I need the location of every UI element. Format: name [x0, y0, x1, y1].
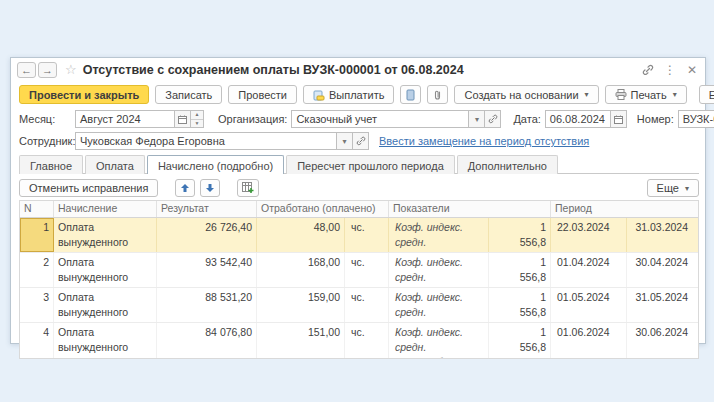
tab-accrued-detailed[interactable]: Начислено (подробно): [147, 155, 284, 174]
result-cell[interactable]: 93 542,40: [157, 253, 257, 287]
worked-cell[interactable]: 159,00: [257, 288, 345, 322]
pay-button[interactable]: Выплатить: [303, 85, 394, 104]
month-field[interactable]: Август 2024 ▲▼: [75, 110, 204, 128]
field-row-month-org: Месяц: Август 2024 ▲▼ Организация: Сказо…: [19, 110, 714, 128]
worked-cell[interactable]: 151,00: [257, 323, 345, 358]
printer-icon: [615, 89, 627, 100]
accruals-table: N Начисление Результат Отработано (оплач…: [19, 200, 699, 359]
date-calendar-icon[interactable]: [611, 110, 627, 128]
org-dropdown-icon[interactable]: ▾: [469, 110, 485, 128]
field-row-employee: Сотрудник: Чуковская Федора Егоровна ▾: [19, 132, 369, 150]
organization-value[interactable]: Сказочный учет: [291, 110, 469, 128]
employee-value[interactable]: Чуковская Федора Егоровна: [75, 132, 337, 150]
header-period[interactable]: Период: [551, 201, 692, 217]
employee-field[interactable]: Чуковская Федора Егоровна ▾: [75, 132, 369, 150]
month-stepper[interactable]: ▲▼: [191, 110, 204, 128]
accrual-cell[interactable]: Оплата вынужденного простоя: [54, 323, 157, 358]
unit-cell: чс.: [345, 253, 389, 287]
period-start-cell[interactable]: 01.06.2024: [551, 323, 627, 358]
unit-cell: чс.: [345, 288, 389, 322]
tab-recalc-prev-period[interactable]: Пересчет прошлого периода: [286, 155, 455, 174]
more-menu-icon[interactable]: ⋮: [663, 63, 677, 77]
result-cell[interactable]: 88 531,20: [157, 288, 257, 322]
month-value[interactable]: Август 2024: [75, 110, 175, 128]
unit-cell: чс.: [345, 323, 389, 358]
accrual-cell[interactable]: Оплата вынужденного простоя: [54, 218, 157, 252]
enter-substitution-link[interactable]: Ввести замещение на период отсутствия: [379, 135, 589, 147]
employee-dropdown-icon[interactable]: ▾: [337, 132, 353, 150]
save-button[interactable]: Записать: [155, 85, 222, 104]
period-start-cell[interactable]: 01.05.2024: [551, 288, 627, 322]
period-end-cell[interactable]: 30.04.2024: [627, 253, 692, 287]
worked-cell[interactable]: 48,00: [257, 218, 345, 252]
form-more-button[interactable]: Еще: [699, 85, 714, 104]
command-toolbar: Провести и закрыть Записать Провести Вып…: [11, 82, 705, 107]
row-number[interactable]: 1: [20, 218, 54, 252]
result-cell[interactable]: 26 726,40: [157, 218, 257, 252]
row-number[interactable]: 4: [20, 323, 54, 358]
step-up-icon[interactable]: ▲: [191, 111, 203, 120]
step-down-icon[interactable]: ▼: [191, 120, 203, 128]
worked-cell[interactable]: 168,00: [257, 253, 345, 287]
related-documents-button[interactable]: [400, 85, 421, 104]
period-end-cell[interactable]: 31.03.2024: [627, 218, 692, 252]
period-end-cell[interactable]: 30.06.2024: [627, 323, 692, 358]
move-down-button[interactable]: [200, 179, 220, 197]
organization-field[interactable]: Сказочный учет ▾: [291, 110, 501, 128]
header-indicators[interactable]: Показатели: [389, 201, 551, 217]
indicator-values-cell: 1556,8: [489, 323, 551, 358]
grid-more-button[interactable]: Еще: [647, 179, 699, 197]
number-field[interactable]: ВУЗК-000001: [678, 110, 714, 128]
header-accrual[interactable]: Начисление: [54, 201, 157, 217]
tab-additional[interactable]: Дополнительно: [457, 155, 558, 174]
indicator-names-cell: Коэф. индекс. средн.Ср. заработок (общ.): [389, 288, 489, 322]
change-form-button[interactable]: [237, 179, 259, 197]
row-number[interactable]: 2: [20, 253, 54, 287]
close-icon[interactable]: ✕: [685, 63, 699, 77]
table-header: N Начисление Результат Отработано (оплач…: [20, 201, 698, 218]
header-result[interactable]: Результат: [157, 201, 257, 217]
table-row[interactable]: 1 Оплата вынужденного простоя 26 726,40 …: [20, 218, 698, 253]
employee-open-link-icon[interactable]: [353, 132, 369, 150]
period-start-cell[interactable]: 01.04.2024: [551, 253, 627, 287]
result-cell[interactable]: 84 076,80: [157, 323, 257, 358]
favorite-star-icon[interactable]: ☆: [65, 62, 77, 77]
period-start-cell[interactable]: 22.03.2024: [551, 218, 627, 252]
back-button[interactable]: ←: [17, 62, 36, 78]
number-label: Номер:: [637, 113, 674, 125]
related-documents-icon: [405, 89, 416, 101]
table-row[interactable]: 3 Оплата вынужденного простоя 88 531,20 …: [20, 288, 698, 323]
table-row[interactable]: 2 Оплата вынужденного простоя 93 542,40 …: [20, 253, 698, 288]
move-up-button[interactable]: [175, 179, 195, 197]
row-number[interactable]: 3: [20, 288, 54, 322]
post-button[interactable]: Провести: [228, 85, 297, 104]
accrual-cell[interactable]: Оплата вынужденного простоя: [54, 288, 157, 322]
tab-payment[interactable]: Оплата: [85, 155, 145, 174]
post-and-close-button[interactable]: Провести и закрыть: [19, 85, 149, 104]
arrow-down-icon: [205, 183, 215, 193]
number-value[interactable]: ВУЗК-000001: [678, 110, 714, 128]
date-value[interactable]: 06.08.2024: [545, 110, 611, 128]
create-based-on-button[interactable]: Создать на основании: [454, 85, 598, 104]
header-worked[interactable]: Отработано (оплачено): [257, 201, 389, 217]
forward-button[interactable]: →: [38, 62, 57, 78]
period-end-cell[interactable]: 31.05.2024: [627, 288, 692, 322]
accrual-cell[interactable]: Оплата вынужденного простоя: [54, 253, 157, 287]
pay-icon: [313, 89, 325, 101]
org-open-link-icon[interactable]: [485, 110, 501, 128]
titlebar: ← → ☆ Отсутствие с сохранением оплаты ВУ…: [11, 58, 705, 81]
get-link-icon[interactable]: [641, 63, 655, 77]
date-field[interactable]: 06.08.2024: [545, 110, 627, 128]
header-n[interactable]: N: [20, 201, 54, 217]
paperclip-icon: [432, 89, 443, 101]
attachments-button[interactable]: [427, 85, 448, 104]
table-row[interactable]: 4 Оплата вынужденного простоя 84 076,80 …: [20, 323, 698, 358]
print-button[interactable]: Печать: [605, 85, 687, 104]
document-form-window: ← → ☆ Отсутствие с сохранением оплаты ВУ…: [10, 57, 706, 344]
cancel-fixes-button[interactable]: Отменить исправления: [19, 179, 158, 197]
tab-main[interactable]: Главное: [19, 155, 83, 174]
calendar-icon[interactable]: [175, 110, 191, 128]
tab-strip: Главное Оплата Начислено (подробно) Пере…: [19, 155, 699, 174]
indicator-names-cell: Коэф. индекс. средн.Ср. заработок (общ.): [389, 253, 489, 287]
indicator-values-cell: 1556,8: [489, 288, 551, 322]
